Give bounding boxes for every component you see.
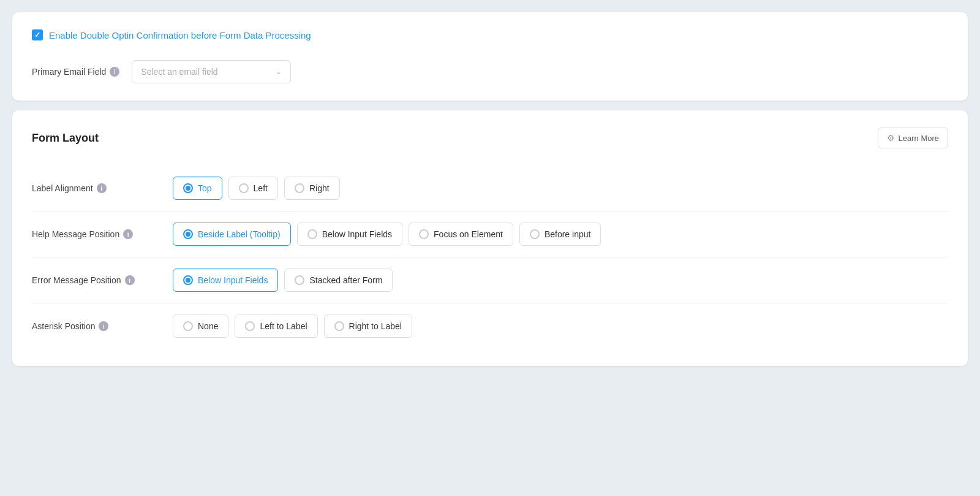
error-message-position-row: Error Message Position i Below Input Fie… — [32, 257, 948, 303]
radio-circle — [334, 321, 344, 331]
label-alignment-top[interactable]: Top — [173, 177, 222, 200]
optin-row: Enable Double Optin Confirmation before … — [32, 29, 948, 40]
chevron-down-icon: ⌄ — [276, 67, 282, 76]
section-title: Form Layout — [32, 132, 99, 145]
email-field-select[interactable]: Select an email field ⌄ — [132, 60, 291, 83]
asterisk-left-label[interactable]: Left to Label — [235, 315, 317, 338]
asterisk-position-label: Asterisk Position i — [32, 321, 160, 331]
optin-checkbox[interactable] — [32, 29, 43, 40]
help-message-beside-label[interactable]: Beside Label (Tooltip) — [173, 223, 291, 246]
label-alignment-left[interactable]: Left — [228, 177, 278, 200]
settings-rows: Label Alignment i Top Left Right — [32, 166, 948, 349]
help-message-focus-element[interactable]: Focus on Element — [409, 223, 513, 246]
radio-circle — [245, 321, 255, 331]
radio-circle — [295, 275, 304, 285]
error-message-info-icon[interactable]: i — [125, 275, 135, 285]
radio-circle — [183, 321, 193, 331]
radio-circle — [183, 275, 193, 285]
error-message-stacked[interactable]: Stacked after Form — [284, 269, 393, 292]
learn-more-button[interactable]: ⚙ Learn More — [878, 128, 948, 148]
email-field-label: Primary Email Field i — [32, 67, 119, 77]
error-message-position-label: Error Message Position i — [32, 275, 160, 285]
asterisk-position-row: Asterisk Position i None Left to Label R… — [32, 303, 948, 349]
label-alignment-options: Top Left Right — [173, 177, 340, 200]
section-header: Form Layout ⚙ Learn More — [32, 128, 948, 148]
help-message-position-row: Help Message Position i Beside Label (To… — [32, 211, 948, 257]
help-message-below-input[interactable]: Below Input Fields — [297, 223, 402, 246]
email-field-row: Primary Email Field i Select an email fi… — [32, 60, 948, 83]
help-message-before-input[interactable]: Before input — [519, 223, 601, 246]
radio-circle — [530, 229, 540, 239]
help-message-info-icon[interactable]: i — [123, 229, 133, 239]
optin-card: Enable Double Optin Confirmation before … — [12, 12, 968, 101]
label-alignment-row: Label Alignment i Top Left Right — [32, 166, 948, 211]
asterisk-right-label[interactable]: Right to Label — [324, 315, 412, 338]
asterisk-info-icon[interactable]: i — [99, 321, 108, 331]
asterisk-options: None Left to Label Right to Label — [173, 315, 412, 338]
label-alignment-label: Label Alignment i — [32, 183, 160, 193]
label-alignment-info-icon[interactable]: i — [97, 183, 107, 193]
radio-circle — [183, 183, 193, 193]
form-layout-card: Form Layout ⚙ Learn More Label Alignment… — [12, 110, 968, 366]
asterisk-none[interactable]: None — [173, 315, 228, 338]
help-message-position-label: Help Message Position i — [32, 229, 160, 239]
gear-icon: ⚙ — [887, 133, 895, 143]
radio-circle — [307, 229, 317, 239]
email-field-info-icon[interactable]: i — [110, 67, 119, 77]
radio-circle — [239, 183, 249, 193]
optin-label: Enable Double Optin Confirmation before … — [49, 30, 311, 40]
help-message-options: Beside Label (Tooltip) Below Input Field… — [173, 223, 601, 246]
radio-circle — [295, 183, 304, 193]
radio-circle — [183, 229, 193, 239]
label-alignment-right[interactable]: Right — [284, 177, 340, 200]
error-message-options: Below Input Fields Stacked after Form — [173, 269, 393, 292]
radio-circle — [419, 229, 429, 239]
error-message-below-input[interactable]: Below Input Fields — [173, 269, 278, 292]
